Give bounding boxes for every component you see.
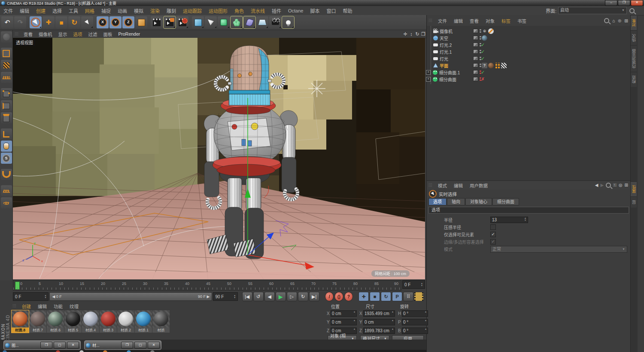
menu-mesh[interactable]: 网格 [82, 7, 98, 14]
am-tab-object-axis[interactable]: 对象轴心 [465, 198, 492, 205]
tab-attributes[interactable]: 属性 [631, 181, 637, 196]
texture-mode-icon[interactable] [1, 60, 12, 71]
render-picture-viewer-button[interactable] [164, 16, 176, 28]
floor-button[interactable] [256, 16, 268, 28]
am-menu-edit[interactable]: 编辑 [450, 182, 466, 189]
object-row-light[interactable]: 灯光 ✓ [427, 55, 638, 62]
prev-frame-button[interactable]: ◀ [264, 292, 275, 301]
ruler-frame-field[interactable]: 0 F▲▼ [402, 280, 425, 289]
lock-z-axis-button[interactable]: Z [122, 16, 134, 28]
radius-input[interactable]: 13▲▼ [490, 217, 528, 223]
mini-close-icon[interactable]: ✕ [67, 342, 79, 349]
mini-max-icon[interactable]: ▢ [134, 342, 146, 349]
lock-x-axis-button[interactable]: X [97, 16, 109, 28]
vp-menu-prorender[interactable]: ProRender [115, 31, 143, 37]
pressure-radius-checkbox[interactable]: ✓ [490, 224, 496, 230]
tweak-mode-icon[interactable] [1, 141, 12, 152]
am-menu-mode[interactable]: 模式 [434, 182, 450, 189]
tab-content-browser[interactable]: 内容浏览器 [631, 45, 637, 72]
key-position-button[interactable]: ✚ [358, 292, 369, 301]
am-tab-sds[interactable]: 细分曲面 [492, 198, 519, 205]
am-search-icon[interactable] [606, 183, 611, 188]
interface-dropdown[interactable]: 启动▼ [558, 7, 627, 14]
vp-menu-display[interactable]: 显示 [55, 31, 70, 37]
spline-pen-button[interactable] [205, 16, 217, 28]
points-mode-icon[interactable] [1, 88, 12, 99]
pos-x-input[interactable]: 0 cm▲ [331, 310, 357, 317]
end-frame-field[interactable]: 90 F▲▼ [213, 292, 238, 301]
vp-menu-cameras[interactable]: 摄像机 [36, 31, 55, 37]
axis-mode-icon[interactable] [1, 129, 12, 140]
mini-close-icon[interactable]: ✕ [148, 342, 160, 349]
next-frame-button[interactable]: ▷ [287, 292, 297, 301]
menu-character[interactable]: 角色 [231, 7, 247, 14]
am-section-options[interactable]: 选项 [428, 207, 629, 214]
viewport-zoom-icon[interactable]: ↕ [408, 31, 414, 37]
vp-menu-view[interactable]: 查看 [21, 31, 36, 37]
viewport-pan-icon[interactable]: ✛ [402, 31, 408, 37]
workplane-options-icon[interactable] [1, 197, 12, 208]
goto-end-button[interactable]: ▶| [309, 292, 319, 301]
model-mode-icon[interactable] [1, 48, 12, 59]
object-row-light2[interactable]: 灯光.2 ✓ [427, 41, 638, 48]
lock-y-axis-button[interactable]: Y [109, 16, 122, 28]
add-cube-button[interactable] [192, 16, 204, 28]
timeline-ruler[interactable]: 0 5 10 15 20 25 30 35 40 45 50 55 60 65 … [13, 280, 401, 291]
am-tab-options[interactable]: 选项 [428, 198, 447, 205]
menu-pipeline[interactable]: 流水线 [247, 7, 268, 14]
object-row-sds[interactable]: + 细分曲面 ✗ [427, 76, 638, 83]
material-thumb[interactable]: 材质.8 [12, 310, 29, 333]
vp-menu-panel[interactable]: 面板 [100, 31, 115, 37]
vp-menu-options[interactable]: 选项 [70, 31, 85, 37]
material-thumb[interactable]: 材质.5 [64, 310, 82, 333]
mat-menu-edit[interactable]: 编辑 [34, 303, 50, 309]
object-row-camera[interactable]: 摄像机 ⊕ [427, 28, 638, 34]
light-button[interactable] [282, 16, 294, 28]
am-menu-userdata[interactable]: 用户数据 [466, 182, 491, 189]
size-x-input[interactable]: 1935.499 cm▲ [363, 310, 395, 317]
tag-alpha[interactable] [501, 63, 507, 68]
am-lock-icon[interactable]: ⚿ [613, 183, 617, 188]
om-menu-edit[interactable]: 编辑 [450, 18, 466, 24]
menu-octane[interactable]: Octane [285, 8, 307, 13]
camera-button[interactable] [269, 16, 281, 28]
viewport-canvas[interactable]: z x y 透视视图 网格间距 : 100 cm [13, 38, 425, 279]
magnet-snap-icon[interactable] [1, 169, 12, 180]
key-parameter-button[interactable]: P [392, 292, 402, 301]
panel-grip[interactable] [428, 18, 433, 23]
tab-objects[interactable]: 对象 [631, 15, 637, 30]
keyframe-selection-button[interactable]: ? [344, 292, 353, 301]
material-thumb[interactable]: 材质.2 [117, 310, 134, 333]
mini-max-icon[interactable]: ▢ [54, 342, 66, 349]
mat-menu-texture[interactable]: 纹理 [66, 303, 82, 309]
om-search-icon[interactable] [604, 18, 609, 23]
key-rotation-button[interactable]: ↻ [381, 292, 391, 301]
key-scale-button[interactable]: ■ [370, 292, 380, 301]
size-z-input[interactable]: 1899.783 cm▲ [363, 328, 395, 334]
goto-start-button[interactable]: |◀ [242, 292, 252, 301]
am-new-panel-icon[interactable]: ⊞ [625, 183, 628, 188]
object-row-plane[interactable]: 平面 ? [427, 62, 638, 69]
render-settings-button[interactable] [176, 16, 188, 28]
material-thumb[interactable]: 材质.3 [100, 310, 117, 333]
menu-help[interactable]: 帮助 [339, 7, 355, 14]
mat-menu-function[interactable]: 功能 [50, 303, 66, 309]
generators-button[interactable] [231, 16, 243, 28]
tab-takes[interactable]: 场次 [631, 30, 637, 45]
prev-key-button[interactable]: ↺ [253, 292, 264, 301]
panel-grip[interactable] [15, 32, 19, 36]
undo-button[interactable]: ↶ [1, 16, 13, 28]
expand-icon[interactable]: + [426, 77, 431, 82]
snap-toggle-icon[interactable]: S [1, 153, 12, 164]
autokey-button[interactable]: () [334, 292, 343, 301]
menu-edit[interactable]: 编辑 [16, 7, 33, 14]
material-thumb[interactable]: 材质 [152, 310, 170, 333]
menu-select[interactable]: 选择 [49, 7, 65, 14]
make-editable-icon[interactable] [1, 31, 12, 43]
om-menu-bookmarks[interactable]: 书签 [514, 18, 530, 24]
material-thumb[interactable]: 材质.4 [82, 310, 99, 333]
menu-window[interactable]: 窗口 [323, 7, 339, 14]
coordinate-system-button[interactable] [135, 16, 147, 28]
maximize-button[interactable]: ❐ [618, 0, 630, 6]
om-home-icon[interactable]: ⌂ [612, 18, 615, 23]
